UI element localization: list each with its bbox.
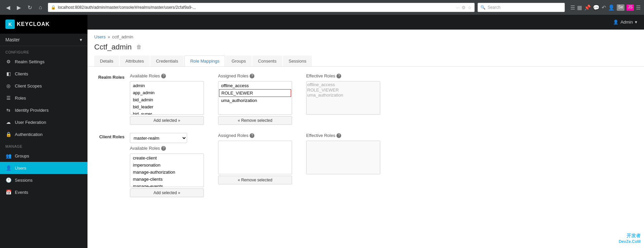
page-title: Cctf_admin <box>94 43 132 51</box>
list-item[interactable]: create-client <box>131 154 203 162</box>
tab-consents[interactable]: Consents <box>252 56 282 66</box>
list-item: uma_authorization <box>307 93 379 98</box>
realm-available-label: Available Roles ? <box>130 73 204 78</box>
list-item[interactable]: bid_super <box>131 110 203 114</box>
sidebar-item-user-federation[interactable]: ☁ User Federation <box>0 116 87 128</box>
lock-icon: 🔒 <box>51 5 56 10</box>
search-icon: 🔍 <box>480 5 486 10</box>
tab-sessions[interactable]: Sessions <box>283 56 312 66</box>
tab-details[interactable]: Details <box>94 56 119 66</box>
list-item[interactable]: manage-clients <box>131 176 203 183</box>
back-button[interactable]: ◀ <box>3 3 13 12</box>
client-effective-help-icon[interactable]: ? <box>336 133 341 138</box>
client-assigned-help-icon[interactable]: ? <box>250 133 254 138</box>
events-icon: 📅 <box>5 189 11 195</box>
logo-icon: K <box>5 20 15 29</box>
client-available-help-icon[interactable]: ? <box>161 146 166 151</box>
realm-assigned-select[interactable]: offline_access ROLE_VIEWER uma_authoriza… <box>218 81 292 114</box>
configure-label: Configure <box>0 46 87 56</box>
tab-role-mappings[interactable]: Role Mappings <box>184 56 225 66</box>
list-item[interactable]: bid_leader <box>131 103 203 110</box>
client-available-listbox[interactable]: create-client impersonation manage-autho… <box>130 153 204 187</box>
delete-user-button[interactable]: 🗑 <box>135 43 143 51</box>
realm-effective-column: Effective Roles ? offline_access ROLE_VI… <box>306 73 380 115</box>
sidebar-item-label: Groups <box>15 153 29 158</box>
sidebar-item-realm-settings[interactable]: ⚙ Realm Settings <box>0 56 87 68</box>
home-button[interactable]: ⌂ <box>36 3 45 12</box>
sidebar-item-groups[interactable]: 👥 Groups <box>0 150 87 162</box>
sidebar-item-label: User Federation <box>15 120 46 125</box>
client-available-select[interactable]: create-client impersonation manage-autho… <box>130 154 204 187</box>
refresh-button[interactable]: ↻ <box>25 3 34 12</box>
sidebar-item-authentication[interactable]: 🔒 Authentication <box>0 128 87 140</box>
main-content: Users » cctf_admin Cctf_admin 🗑 Details … <box>87 30 644 248</box>
app-container: K KEYCLOAK Master ▾ Configure ⚙ Realm Se… <box>0 15 644 248</box>
realm-effective-listbox: offline_access ROLE_VIEWER uma_authoriza… <box>306 81 380 115</box>
client-assigned-label: Assigned Roles ? <box>218 133 292 138</box>
sidebar-item-label: Realm Settings <box>15 59 44 64</box>
client-add-selected-button[interactable]: Add selected » <box>130 188 204 197</box>
assigned-roles-help-icon[interactable]: ? <box>250 74 254 78</box>
realm-assigned-listbox[interactable]: offline_access ROLE_VIEWER uma_authoriza… <box>218 81 292 115</box>
browser-extra-icons: ☰ ▦ 📌 💬 ↶ 👤 Se JS ☰ <box>570 4 641 11</box>
browser-nav-buttons: ◀ ▶ ↻ ⌂ <box>3 3 45 12</box>
sidebar-item-events[interactable]: 📅 Events <box>0 186 87 198</box>
dots-icon: ··· <box>456 5 460 10</box>
avatar-js: JS <box>627 4 634 11</box>
realm-available-select[interactable]: admin app_admin bid_admin bid_leader bid… <box>130 81 204 114</box>
groups-icon: 👥 <box>5 153 11 158</box>
admin-menu[interactable]: 👤 Admin ▾ <box>613 20 637 25</box>
address-text: localhost:8082/auth/admin/master/console… <box>58 5 454 10</box>
list-item-role-viewer[interactable]: ROLE_VIEWER <box>219 89 291 97</box>
list-item[interactable]: uma_authorization <box>219 97 291 104</box>
page-title-row: Cctf_admin 🗑 <box>94 43 637 51</box>
sidebar-item-roles[interactable]: ☰ Roles <box>0 92 87 104</box>
sidebar-item-sessions[interactable]: 🕐 Sessions <box>0 174 87 186</box>
role-mappings-panel: Realm Roles Available Roles ? admin app_… <box>87 67 644 204</box>
forward-button[interactable]: ▶ <box>14 3 24 12</box>
keycloak-logo: K KEYCLOAK <box>5 20 50 29</box>
available-roles-help-icon[interactable]: ? <box>161 74 166 78</box>
breadcrumb: Users » cctf_admin <box>94 34 637 39</box>
sidebar-item-clients[interactable]: ◧ Clients <box>0 68 87 80</box>
tab-bar: Details Attributes Credentials Role Mapp… <box>94 56 637 66</box>
realm-remove-selected-button[interactable]: « Remove selected <box>218 116 292 125</box>
profile-icon: 👤 <box>608 4 615 11</box>
browser-search[interactable]: 🔍 Search <box>477 3 565 12</box>
sidebar-item-identity-providers[interactable]: ⇆ Identity Providers <box>0 104 87 116</box>
content-header: Users » cctf_admin Cctf_admin 🗑 Details … <box>87 30 644 67</box>
list-item[interactable]: impersonation <box>131 162 203 169</box>
client-roles-row: Client Roles master-realm account broker… <box>94 133 637 197</box>
manage-label: Manage <box>0 140 87 150</box>
client-assigned-listbox[interactable] <box>218 141 292 174</box>
list-item[interactable]: bid_admin <box>131 96 203 103</box>
client-remove-selected-button[interactable]: « Remove selected <box>218 176 292 184</box>
sessions-icon: 🕐 <box>5 177 11 183</box>
client-assigned-select[interactable] <box>218 141 292 174</box>
list-item[interactable]: app_admin <box>131 89 203 96</box>
address-bar[interactable]: 🔒 localhost:8082/auth/admin/master/conso… <box>48 3 475 12</box>
sidebar-item-client-scopes[interactable]: ◎ Client Scopes <box>0 80 87 92</box>
tab-attributes[interactable]: Attributes <box>120 56 150 66</box>
top-bar: 👤 Admin ▾ <box>87 15 644 30</box>
tab-credentials[interactable]: Credentials <box>150 56 184 66</box>
realm-selector[interactable]: Master ▾ <box>0 34 87 46</box>
realm-available-listbox[interactable]: admin app_admin bid_admin bid_leader bid… <box>130 81 204 115</box>
sidebar-item-label: Authentication <box>15 132 42 137</box>
client-effective-select <box>307 141 380 174</box>
breadcrumb-users-link[interactable]: Users <box>94 34 106 39</box>
realm-available-column: Available Roles ? admin app_admin bid_ad… <box>130 73 204 125</box>
list-item[interactable]: manage-events <box>131 183 203 187</box>
realm-effective-select: offline_access ROLE_VIEWER uma_authoriza… <box>307 81 380 114</box>
sidebar-item-users[interactable]: 👤 Users <box>0 162 87 174</box>
tab-groups[interactable]: Groups <box>226 56 252 66</box>
client-roles-select[interactable]: master-realm account broker realm-manage… <box>130 133 187 143</box>
list-item[interactable]: offline_access <box>219 82 291 89</box>
browser-bar: ◀ ▶ ↻ ⌂ 🔒 localhost:8082/auth/admin/mast… <box>0 0 644 15</box>
list-item[interactable]: admin <box>131 82 203 89</box>
realm-add-selected-button[interactable]: Add selected » <box>130 116 204 125</box>
client-effective-label: Effective Roles ? <box>306 133 380 138</box>
effective-roles-help-icon[interactable]: ? <box>336 74 341 78</box>
list-item[interactable]: manage-authorization <box>131 169 203 176</box>
right-panel: 👤 Admin ▾ Users » cctf_admin Cctf_admin … <box>87 15 644 248</box>
